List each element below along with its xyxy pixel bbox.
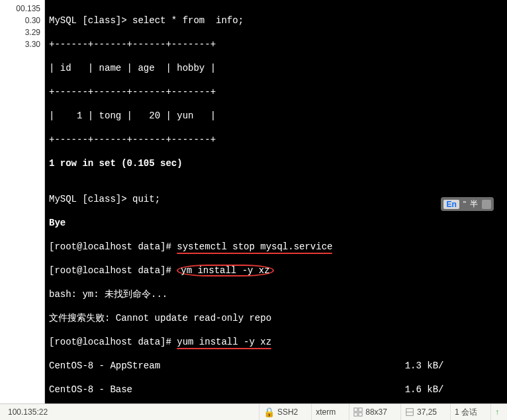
terminal-line: CentOS-8 - Base 1.6 kB/ bbox=[49, 384, 503, 396]
tree-item[interactable]: 3.29 bbox=[1, 26, 43, 38]
command-annotated-circle: ym install -y xz bbox=[177, 265, 273, 276]
terminal-line: 1 row in set (0.105 sec) bbox=[49, 157, 503, 169]
svg-rect-3 bbox=[359, 413, 362, 416]
tree-item[interactable]: 3.30 bbox=[1, 38, 43, 50]
tree-item[interactable]: 00.135 bbox=[1, 3, 43, 15]
ime-settings-icon[interactable] bbox=[482, 200, 491, 209]
ime-floating-bar[interactable]: En " 半 bbox=[441, 197, 494, 211]
status-host: 100.135:22 bbox=[8, 407, 48, 417]
svg-rect-1 bbox=[359, 408, 362, 411]
terminal-line: CentOS-8 - AppStream 1.3 kB/ bbox=[49, 360, 503, 372]
cursor-icon bbox=[405, 407, 414, 417]
command-annotated: systemctl stop mysql.service bbox=[177, 241, 332, 253]
terminal-line: [root@localhost data]# yum install -y xz bbox=[49, 336, 503, 348]
ime-lang-icon[interactable]: En bbox=[443, 200, 459, 209]
lock-icon: 🔒 bbox=[263, 407, 275, 417]
terminal-line: +------+------+------+-------+ bbox=[49, 86, 503, 98]
status-term: xterm bbox=[316, 407, 336, 417]
status-cursor-pos: 37,25 bbox=[417, 407, 437, 417]
terminal-line: | 1 | tong | 20 | yun | bbox=[49, 110, 503, 122]
tree-sidebar: 00.135 0.30 3.29 3.30 bbox=[0, 0, 45, 403]
tree-item[interactable]: 0.30 bbox=[1, 15, 43, 26]
grid-icon bbox=[353, 407, 363, 417]
prompt: [root@localhost data]# bbox=[49, 241, 177, 252]
terminal-line: MySQL [class]> quit; bbox=[49, 193, 503, 205]
status-size: 88x37 bbox=[365, 407, 387, 417]
command-annotated: yum install -y xz bbox=[177, 336, 271, 348]
terminal-line: 文件搜索失败: Cannot update read-only repo bbox=[49, 312, 503, 324]
terminal-pane[interactable]: MySQL [class]> select * from info; +----… bbox=[45, 0, 507, 403]
status-ssh: SSH2 bbox=[277, 407, 298, 417]
svg-rect-2 bbox=[354, 413, 357, 416]
svg-rect-0 bbox=[354, 408, 357, 411]
terminal-line: +------+------+------+-------+ bbox=[49, 38, 503, 50]
ime-width-icon[interactable]: 半 bbox=[470, 198, 478, 210]
status-sessions: 1 会话 bbox=[455, 407, 477, 418]
status-bar: 100.135:22 🔒 SSH2 xterm 88x37 37,25 1 会话… bbox=[0, 403, 507, 420]
ime-punct-icon[interactable]: " bbox=[463, 200, 466, 209]
terminal-line: | id | name | age | hobby | bbox=[49, 62, 503, 74]
terminal-line: MySQL [class]> select * from info; bbox=[49, 15, 503, 26]
upload-arrow-icon: ↑ bbox=[495, 407, 499, 417]
terminal-line: [root@localhost data]# ym install -y xz bbox=[49, 265, 503, 276]
terminal-line: bash: ym: 未找到命令... bbox=[49, 288, 503, 300]
prompt: [root@localhost data]# bbox=[49, 337, 177, 347]
terminal-line: [root@localhost data]# systemctl stop my… bbox=[49, 241, 503, 253]
prompt: [root@localhost data]# bbox=[49, 265, 177, 276]
terminal-line: +------+------+------+-------+ bbox=[49, 134, 503, 146]
terminal-line: Bye bbox=[49, 217, 503, 229]
